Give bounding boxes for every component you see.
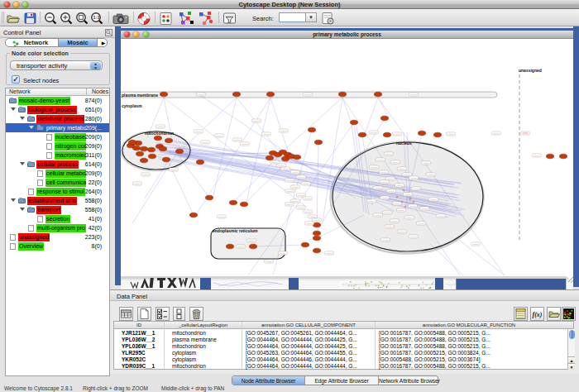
svg-text:nucleus: nucleus — [396, 141, 412, 146]
svg-text:1:1: 1:1 — [93, 15, 100, 20]
svg-text:mitochondrion: mitochondrion — [145, 131, 174, 136]
svg-text:unassigned: unassigned — [519, 68, 542, 73]
svg-text:plasma membrane: plasma membrane — [122, 93, 158, 98]
svg-text:endoplasmic reticulum: endoplasmic reticulum — [213, 228, 258, 233]
svg-text:cytoplasm: cytoplasm — [122, 103, 142, 108]
svg-text:f(x): f(x) — [533, 311, 543, 318]
